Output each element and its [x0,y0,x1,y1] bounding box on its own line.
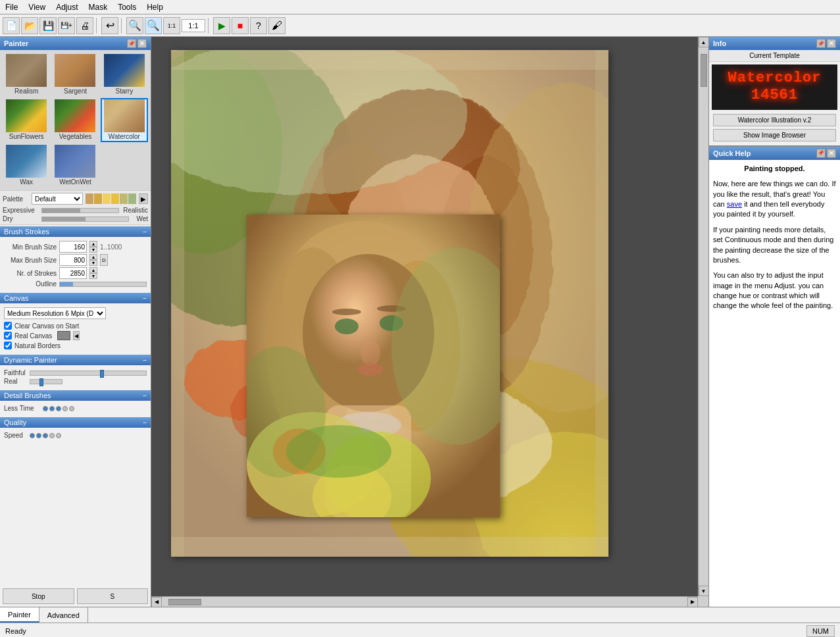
save-button[interactable]: 💾 [39,17,57,34]
open-button[interactable]: 📂 [21,17,38,34]
clear-canvas-checkbox[interactable] [4,322,12,330]
dynamic-painter-collapse[interactable]: − [143,357,147,364]
print-button[interactable]: 🖨 [76,17,93,34]
canvas-resolution-select[interactable]: Medium Resolution 6 Mpix (D [4,307,106,319]
tab-advanced[interactable]: Advanced [39,607,88,623]
vscroll-up-arrow[interactable]: ▲ [699,37,709,47]
info-close-button[interactable]: ✕ [827,39,836,48]
quality-collapse[interactable]: − [143,419,147,426]
play-button[interactable]: ▶ [213,17,230,34]
start-action-button[interactable]: S [77,588,149,604]
nr-strokes-spin-down[interactable]: ▼ [89,273,97,279]
quality-content: Speed [0,428,151,443]
outline-slider[interactable] [59,282,147,287]
stop-action-button[interactable]: Stop [3,588,74,604]
outline-label: Outline [4,280,57,288]
source-photo-overlay[interactable] [247,215,500,517]
action-buttons: Stop S [0,586,151,607]
v-scrollbar[interactable]: ▲ ▼ [698,37,708,596]
canvas-color-arrow[interactable]: ◀ [73,331,80,340]
painter-panel-title: Painter [4,39,28,47]
statusbar: Ready NUM [0,623,840,637]
nr-strokes-spin-up[interactable]: ▲ [89,267,97,273]
template-version-button[interactable]: Watercolor Illustration v.2 [713,114,836,126]
real-canvas-checkbox[interactable] [4,332,12,340]
speed-label: Speed [4,432,27,439]
preset-vegetables[interactable]: Vegetables [51,98,99,142]
dry-wet-slider[interactable] [41,217,129,222]
natural-borders-checkbox[interactable] [4,342,12,349]
info-titlebar: Info 📌 ✕ [709,37,840,50]
min-brush-spin-up[interactable]: ▲ [89,241,97,247]
max-brush-spin-down[interactable]: ▼ [89,260,97,266]
menu-file[interactable]: File [0,1,23,13]
new-button[interactable]: 📄 [3,17,20,34]
status-text: Ready [5,627,801,635]
speed-dots[interactable] [30,433,61,438]
palette-dropdown[interactable]: Default [32,193,83,205]
h-scrollbar[interactable]: ◀ ▶ [151,596,698,607]
stop-button[interactable]: ■ [232,17,249,34]
preset-sargent[interactable]: Sargent [51,53,99,97]
less-time-dots[interactable] [43,406,74,411]
max-brush-spin-up[interactable]: ▲ [89,254,97,260]
quickhelp-save-link[interactable]: save [727,200,742,208]
menu-tools[interactable]: Tools [112,1,141,13]
max-brush-input[interactable] [59,254,87,266]
nr-strokes-input[interactable] [59,267,87,279]
preset-watercolor[interactable]: Watercolor [101,98,148,142]
menu-help[interactable]: Help [141,1,168,13]
expressive-label: Expressive [3,207,39,214]
menu-adjust[interactable]: Adjust [51,1,83,13]
quickhelp-pin-button[interactable]: 📌 [816,149,826,158]
zoom-input[interactable]: 1:1 [182,19,205,32]
panel-close-button[interactable]: ✕ [137,39,147,48]
hscroll-left-arrow[interactable]: ◀ [151,597,162,607]
brush-strokes-collapse[interactable]: − [143,228,147,236]
toolbar-separator-2 [121,18,124,34]
info-pin-button[interactable]: 📌 [816,39,826,48]
expressive-realistic-slider[interactable] [41,208,119,213]
info-title: Info [713,39,726,47]
min-brush-spin-down[interactable]: ▼ [89,247,97,253]
vscroll-down-arrow[interactable]: ▼ [699,586,709,596]
faithful-slider[interactable] [30,370,147,376]
quickhelp-content: Painting stopped. Now, here are few thin… [709,160,840,607]
save-as-button[interactable]: 💾+ [58,17,75,34]
undo-button[interactable]: ↩ [101,17,118,34]
hscroll-thumb[interactable] [168,599,201,605]
menu-view[interactable]: View [23,1,51,13]
hscroll-right-arrow[interactable]: ▶ [687,597,698,607]
tab-painter[interactable]: Painter [0,607,39,623]
help-button[interactable]: ? [250,17,267,34]
preset-realism[interactable]: Realism [3,53,50,97]
painter-panel-titlebar: Painter 📌 ✕ [0,37,151,50]
preset-wax[interactable]: Wax [3,143,50,188]
menu-mask[interactable]: Mask [84,1,113,13]
preset-starry[interactable]: Starry [101,53,148,97]
min-brush-input[interactable] [59,241,87,253]
zoom-out-button[interactable]: 🔍 [126,17,143,34]
quickhelp-para1: Now, here are few things we can do. If y… [713,179,836,220]
preset-wetonwet[interactable]: WetOnWet [51,143,99,188]
real-slider[interactable] [30,379,62,384]
detail-brushes-collapse[interactable]: − [143,392,147,399]
canvas-color-swatch[interactable] [57,331,70,340]
quality-title: Quality [4,419,26,426]
max-brush-extra[interactable]: D [100,254,108,266]
color-picker-button[interactable]: 🖌 [268,17,285,34]
svg-point-26 [335,318,358,334]
natural-borders-label: Natural Borders [14,342,61,349]
vscroll-thumb[interactable] [701,54,707,87]
toolbar: 📄 📂 💾 💾+ 🖨 ↩ 🔍 🔍 1:1 1:1 ▶ ■ ? 🖌 [0,14,840,37]
canvas-section-header: Canvas − [0,293,151,303]
zoom-1to1-button[interactable]: 1:1 [163,17,180,34]
quickhelp-close-button[interactable]: ✕ [827,149,836,158]
panel-pin-button[interactable]: 📌 [127,39,136,48]
palette-arrow-button[interactable]: ▶ [139,193,148,204]
canvas-collapse[interactable]: − [143,295,147,302]
preset-sunflowers[interactable]: SunFlowers [3,98,50,142]
zoom-in-button[interactable]: 🔍 [145,17,162,34]
show-browser-button[interactable]: Show Image Browser [713,129,836,141]
dry-label: Dry [3,215,39,222]
